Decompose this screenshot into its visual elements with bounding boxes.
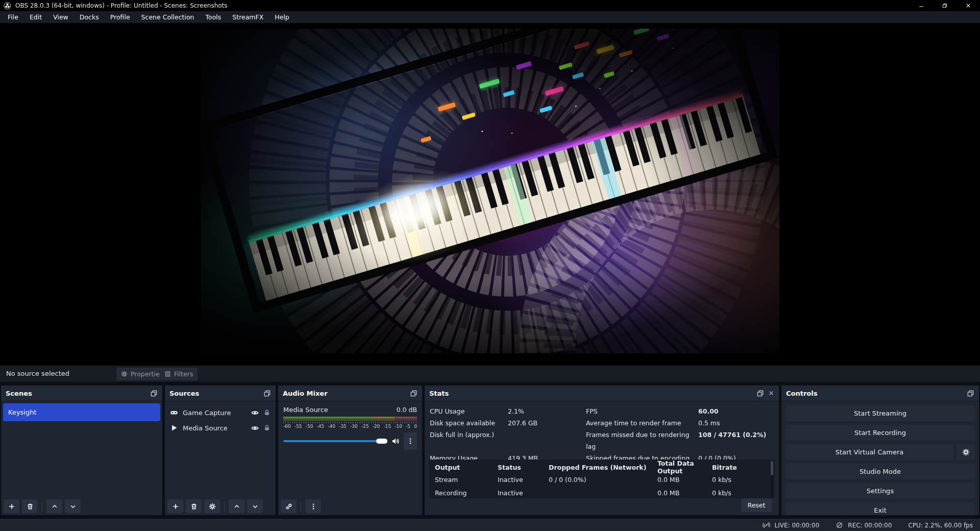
- controls-panel: Controls Start Streaming Start Recording…: [781, 385, 979, 515]
- stats-panel-header: Stats: [425, 385, 779, 401]
- lock-icon[interactable]: [263, 424, 271, 431]
- restore-button[interactable]: [933, 0, 957, 11]
- statusbar: LIVE: 00:00:00 REC: 00:00:00 CPU: 2.2%, …: [0, 519, 980, 531]
- table-header-row: Output Status Dropped Frames (Network) T…: [429, 460, 775, 473]
- mixer-options-button[interactable]: [404, 432, 417, 450]
- mixer-channel: Media Source 0.0 dB -60 -55 -50 -45 -40 …: [278, 401, 422, 450]
- chevron-down-icon: [69, 503, 77, 510]
- obs-logo-icon: [4, 2, 11, 10]
- visibility-eye-icon[interactable]: [251, 424, 259, 432]
- trash-icon: [27, 503, 34, 510]
- remove-source-button[interactable]: [186, 499, 202, 513]
- stat-value: 60.00: [698, 405, 779, 417]
- stat-label: Disk space available: [430, 417, 508, 429]
- chevron-down-icon: [252, 503, 259, 510]
- filters-button[interactable]: Filters: [160, 368, 198, 380]
- popout-icon[interactable]: [756, 390, 764, 397]
- stats-panel: Stats CPU Usage 2.1% FPS 60.00 Disk spac…: [425, 385, 779, 515]
- meter-tick-marks: [283, 422, 417, 423]
- stat-value: 2.1%: [508, 405, 586, 417]
- volume-slider-handle[interactable]: [376, 439, 387, 444]
- scenes-panel: Scenes Keysight: [1, 385, 162, 515]
- menu-view[interactable]: View: [47, 11, 74, 23]
- start-recording-button[interactable]: Start Recording: [786, 425, 975, 441]
- scrollbar-thumb[interactable]: [771, 461, 773, 475]
- mixer-menu-button[interactable]: [305, 499, 321, 513]
- stat-label: Average time to render frame: [586, 417, 698, 429]
- studio-mode-button[interactable]: Studio Mode: [786, 464, 975, 479]
- volume-slider[interactable]: [283, 440, 387, 442]
- toolbar-separator: [224, 501, 225, 512]
- obs-window: OBS 28.0.3 (64-bit, windows) - Profile: …: [0, 0, 980, 531]
- move-scene-up-button[interactable]: [46, 499, 62, 513]
- chevron-up-icon: [51, 503, 58, 510]
- speaker-icon[interactable]: [391, 437, 400, 445]
- sources-panel: Sources Game Capture Media Source: [165, 385, 276, 515]
- popout-icon[interactable]: [410, 390, 418, 397]
- move-source-up-button[interactable]: [229, 499, 244, 513]
- exit-button[interactable]: Exit: [786, 502, 975, 515]
- minimize-icon: [918, 3, 924, 9]
- add-source-button[interactable]: [167, 499, 183, 513]
- scenes-panel-header: Scenes: [1, 385, 162, 401]
- scene-item-keysight[interactable]: Keysight: [3, 403, 160, 421]
- lock-icon[interactable]: [263, 409, 271, 416]
- toolbar-separator: [42, 501, 42, 512]
- remove-scene-button[interactable]: [22, 499, 38, 513]
- source-row-media-source[interactable]: Media Source: [165, 420, 276, 436]
- minimize-button[interactable]: [910, 0, 933, 11]
- stat-label: FPS: [586, 405, 698, 417]
- visibility-eye-icon[interactable]: [251, 409, 259, 417]
- menu-streamfx[interactable]: StreamFX: [227, 11, 269, 23]
- table-row-stream: Stream Inactive 0 / 0 (0.0%) 0.0 MB 0 kb…: [429, 473, 775, 486]
- trash-icon: [190, 503, 198, 510]
- scenes-toolbar: [4, 499, 81, 513]
- menu-help[interactable]: Help: [269, 11, 295, 23]
- menu-scene-collection[interactable]: Scene Collection: [136, 11, 200, 23]
- popout-icon[interactable]: [150, 390, 158, 397]
- source-properties-button[interactable]: [204, 499, 220, 513]
- menu-edit[interactable]: Edit: [24, 11, 47, 23]
- reset-stats-button[interactable]: Reset: [741, 498, 772, 512]
- add-scene-button[interactable]: [4, 499, 19, 513]
- audio-mixer-panel-header: Audio Mixer: [278, 385, 422, 401]
- kebab-menu-icon: [310, 503, 317, 510]
- chevron-up-icon: [233, 503, 240, 510]
- virtual-camera-settings-button[interactable]: [957, 444, 975, 460]
- filter-icon: [164, 371, 171, 377]
- menu-docks[interactable]: Docks: [74, 11, 105, 23]
- gear-icon: [962, 448, 970, 456]
- dock-area: Scenes Keysight Sources Game Captur: [0, 382, 980, 519]
- live-timecode: LIVE: 00:00:00: [775, 522, 820, 529]
- advanced-audio-properties-button[interactable]: [281, 499, 297, 513]
- kebab-menu-icon: [407, 438, 414, 445]
- start-streaming-button[interactable]: Start Streaming: [786, 405, 975, 421]
- source-row-game-capture[interactable]: Game Capture: [165, 405, 276, 420]
- move-scene-down-button[interactable]: [65, 499, 81, 513]
- settings-button[interactable]: Settings: [786, 483, 975, 499]
- play-icon: [170, 424, 178, 432]
- broadcast-off-icon: [763, 521, 770, 529]
- table-scrollbar[interactable]: [771, 461, 773, 497]
- stat-label: Frames missed due to rendering lag: [586, 429, 698, 452]
- record-off-icon: [836, 521, 843, 529]
- move-source-down-button[interactable]: [247, 499, 263, 513]
- menu-file[interactable]: File: [2, 11, 24, 23]
- stat-label: Disk full in (approx.): [430, 429, 508, 452]
- close-button[interactable]: [957, 0, 980, 11]
- menu-profile[interactable]: Profile: [105, 11, 136, 23]
- popout-icon[interactable]: [967, 390, 974, 397]
- menu-tools[interactable]: Tools: [200, 11, 227, 23]
- plus-icon: [172, 503, 179, 510]
- popout-icon[interactable]: [263, 390, 271, 397]
- stat-label: CPU Usage: [430, 405, 508, 417]
- close-icon[interactable]: [768, 390, 774, 396]
- mixer-source-name: Media Source: [283, 406, 328, 414]
- scenes-panel-title: Scenes: [6, 390, 32, 397]
- rec-timecode: REC: 00:00:00: [848, 522, 892, 529]
- start-virtual-camera-button[interactable]: Start Virtual Camera: [786, 444, 953, 460]
- toolbar-separator: [301, 501, 301, 512]
- stat-value: 108 / 47761 (0.2%): [698, 429, 779, 452]
- stat-value: 0.5 ms: [698, 417, 779, 429]
- gear-icon: [209, 503, 216, 510]
